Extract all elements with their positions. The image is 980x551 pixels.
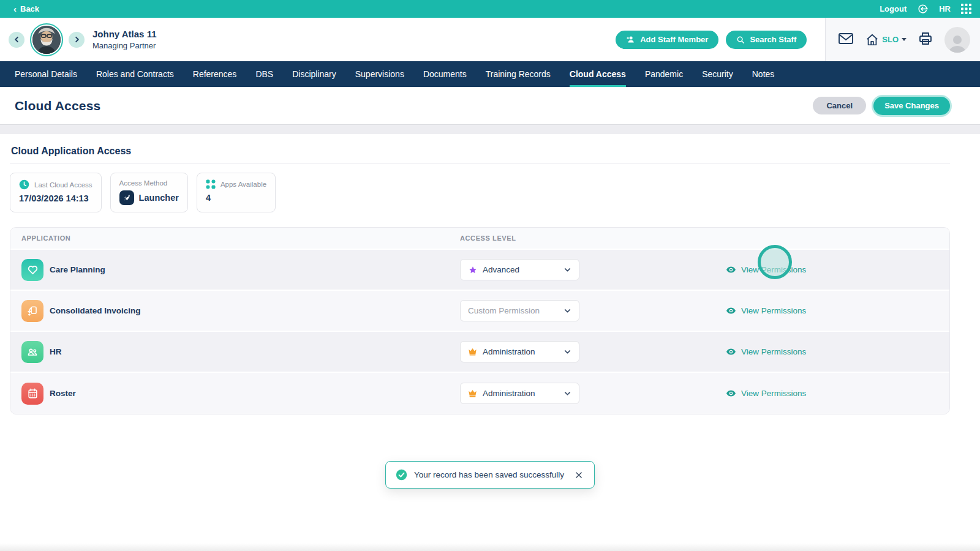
access-level-select-roster[interactable]: Administration	[460, 383, 579, 404]
toast-message: Your record has been saved successfully	[414, 470, 564, 479]
tab-roles-and-contracts[interactable]: Roles and Contracts	[96, 61, 174, 87]
chevron-down-icon	[902, 38, 907, 41]
app-switch-label[interactable]: HR	[939, 4, 951, 13]
add-person-icon	[626, 35, 635, 44]
staff-photo	[30, 23, 63, 56]
column-access-level: ACCESS LEVEL	[460, 234, 516, 242]
tab-security[interactable]: Security	[702, 61, 733, 87]
crown-icon	[468, 389, 477, 397]
success-toast: Your record has been saved successfully	[385, 461, 595, 489]
last-cloud-access-card: Last Cloud Access 17/03/2026 14:13	[10, 173, 102, 212]
column-application: APPLICATION	[21, 234, 70, 242]
profile-tabs: Personal Details Roles and Contracts Ref…	[0, 61, 980, 87]
tab-personal-details[interactable]: Personal Details	[15, 61, 77, 87]
tab-supervisions[interactable]: Supervisions	[355, 61, 404, 87]
back-label: Back	[20, 4, 39, 13]
heart-icon	[21, 259, 43, 281]
back-chevron-icon: ‹	[13, 4, 17, 13]
tab-disciplinary[interactable]: Disciplinary	[292, 61, 336, 87]
site-code: SLO	[882, 35, 899, 44]
page-title-bar: Cloud Access Cancel Save Changes	[0, 87, 980, 124]
crown-icon	[468, 348, 477, 356]
view-permissions-link-roster[interactable]: View Permissions	[726, 388, 806, 399]
app-name: Roster	[50, 389, 76, 398]
previous-staff-button[interactable]	[9, 32, 24, 48]
section-heading: Cloud Application Access	[10, 146, 950, 157]
search-icon	[736, 36, 745, 44]
print-icon[interactable]	[918, 31, 933, 48]
tab-training-records[interactable]: Training Records	[486, 61, 551, 87]
add-staff-member-label: Add Staff Member	[640, 35, 708, 44]
site-selector[interactable]: SLO	[865, 33, 907, 47]
heading-divider	[10, 163, 950, 163]
access-level-select-care-planning[interactable]: Advanced	[460, 259, 579, 280]
chevron-down-icon	[564, 307, 571, 315]
table-row-consolidated-invoicing: Consolidated Invoicing Custom Permission…	[10, 291, 949, 332]
chevron-left-icon	[13, 36, 20, 43]
view-permissions-label: View Permissions	[741, 389, 806, 398]
table-row-care-planning: Care Planning Advanced Vie	[10, 250, 949, 291]
chevron-down-icon	[564, 389, 571, 397]
apps-available-icon	[206, 179, 216, 189]
view-permissions-label: View Permissions	[741, 347, 806, 356]
chevron-down-icon	[564, 348, 571, 356]
eye-icon	[726, 264, 736, 275]
cancel-button[interactable]: Cancel	[813, 97, 866, 114]
app-name: HR	[50, 347, 62, 356]
calendar-icon	[21, 383, 43, 405]
rocket-icon	[119, 190, 134, 205]
card-label: Last Cloud Access	[34, 181, 92, 189]
app-name: Consolidated Invoicing	[50, 306, 141, 315]
save-changes-button[interactable]: Save Changes	[873, 97, 950, 115]
view-permissions-link-hr[interactable]: View Permissions	[726, 347, 806, 357]
tab-notes[interactable]: Notes	[752, 61, 775, 87]
invoice-icon	[21, 300, 43, 322]
bottom-fade	[0, 543, 980, 551]
access-level-value: Custom Permission	[468, 306, 540, 315]
back-button[interactable]: ‹ Back	[13, 4, 39, 13]
eye-icon	[726, 347, 736, 357]
view-permissions-link-care-planning[interactable]: View Permissions	[726, 264, 806, 275]
apps-available-value: 4	[206, 193, 266, 203]
tab-pandemic[interactable]: Pandemic	[645, 61, 683, 87]
apps-grid-icon[interactable]	[961, 4, 971, 14]
add-staff-member-button[interactable]: Add Staff Member	[616, 31, 718, 49]
close-icon	[575, 471, 583, 479]
toast-close-button[interactable]	[573, 470, 584, 481]
search-staff-button[interactable]: Search Staff	[726, 31, 807, 49]
view-permissions-label: View Permissions	[741, 306, 806, 315]
people-icon	[21, 341, 43, 363]
view-permissions-link-consolidated-invoicing[interactable]: View Permissions	[726, 305, 806, 316]
tab-documents[interactable]: Documents	[423, 61, 467, 87]
tab-dbs[interactable]: DBS	[255, 61, 273, 87]
logout-button[interactable]: Logout	[880, 4, 907, 13]
clock-icon	[19, 179, 29, 190]
last-cloud-access-value: 17/03/2026 14:13	[19, 193, 92, 203]
table-row-roster: Roster Administration View	[10, 373, 949, 414]
access-level-value: Administration	[483, 389, 535, 398]
staff-role: Managing Partner	[92, 41, 157, 50]
info-cards: Last Cloud Access 17/03/2026 14:13 Acces…	[10, 173, 950, 212]
logout-icon[interactable]	[917, 3, 929, 15]
apps-available-card: Apps Available 4	[197, 173, 276, 212]
tab-cloud-access[interactable]: Cloud Access	[570, 61, 626, 87]
section-divider-strip	[0, 124, 980, 134]
access-level-value: Advanced	[483, 265, 519, 274]
chevron-down-icon	[564, 266, 571, 274]
eye-icon	[726, 388, 736, 399]
access-level-select-hr[interactable]: Administration	[460, 341, 579, 362]
user-avatar[interactable]	[944, 27, 970, 53]
next-staff-button[interactable]	[69, 32, 85, 48]
access-method-card: Access Method Launcher	[110, 173, 188, 212]
view-permissions-label: View Permissions	[741, 265, 806, 274]
table-row-hr: HR Administration View Per	[10, 332, 949, 373]
mail-icon[interactable]	[838, 32, 854, 48]
access-level-select-consolidated-invoicing[interactable]: Custom Permission	[460, 300, 579, 321]
card-label: Apps Available	[221, 181, 266, 188]
access-method-value: Launcher	[139, 193, 179, 203]
tab-references[interactable]: References	[193, 61, 237, 87]
app-name: Care Planning	[50, 265, 105, 274]
staff-header: Johny Atlas 11 Managing Partner Add Staf…	[0, 18, 980, 61]
home-icon	[865, 33, 879, 47]
cloud-access-content: Cloud Application Access Last Cloud Acce…	[0, 134, 980, 414]
